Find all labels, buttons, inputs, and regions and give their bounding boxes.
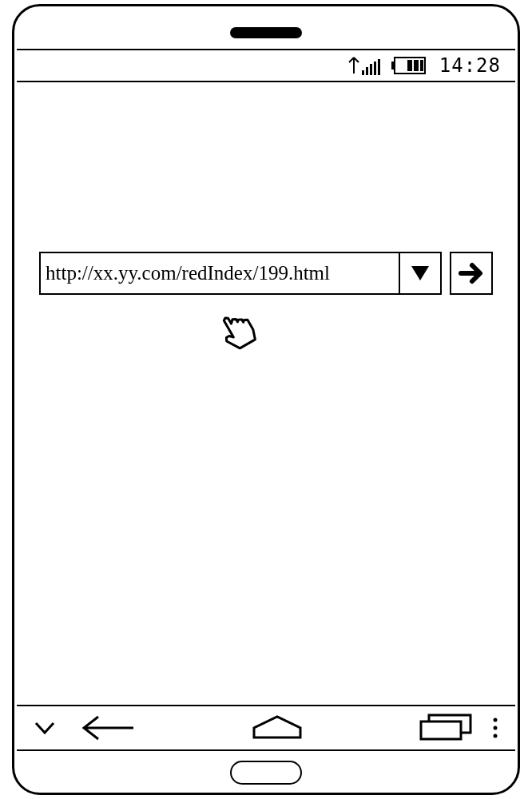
status-bar: 14:28: [17, 49, 515, 82]
svg-rect-6: [421, 721, 461, 739]
back-arrow-icon[interactable]: [81, 714, 137, 741]
chevron-down-icon[interactable]: [33, 720, 57, 736]
hardware-home-button[interactable]: [230, 761, 302, 785]
clock-text: 14:28: [439, 54, 501, 77]
url-dropdown-button[interactable]: [399, 253, 440, 293]
svg-point-8: [494, 726, 498, 730]
svg-rect-2: [407, 60, 412, 71]
home-icon[interactable]: [249, 714, 305, 742]
device-frame: 14:28: [12, 4, 520, 795]
svg-rect-3: [414, 60, 419, 71]
url-input[interactable]: [41, 253, 399, 293]
svg-rect-1: [391, 62, 395, 70]
speaker-slot: [230, 27, 302, 38]
svg-point-7: [494, 718, 498, 722]
navigation-bar: [17, 705, 515, 751]
arrow-right-icon: [458, 260, 485, 287]
recent-apps-icon[interactable]: [418, 712, 474, 744]
pointer-hand-icon: [208, 301, 272, 365]
go-button[interactable]: [450, 252, 493, 295]
url-bar-row: [39, 252, 493, 295]
svg-rect-4: [420, 60, 423, 71]
content-area: [17, 84, 515, 717]
more-dots-icon[interactable]: [491, 716, 499, 740]
triangle-down-icon: [410, 264, 431, 282]
url-combo: [39, 252, 442, 295]
svg-point-9: [494, 734, 498, 738]
svg-marker-5: [411, 266, 429, 280]
signal-icon: [347, 56, 380, 75]
battery-icon: [391, 56, 428, 75]
